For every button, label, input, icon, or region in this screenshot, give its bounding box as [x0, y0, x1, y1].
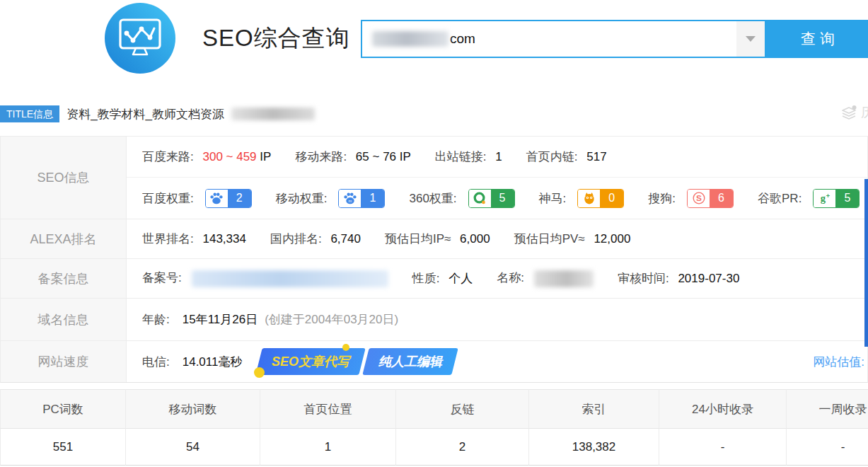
value-week-collect: - [787, 429, 868, 466]
shenma-owl-icon [578, 190, 600, 207]
header-24h-collect: 24小时收录 [659, 389, 787, 429]
site-title-blurred [231, 108, 315, 120]
row-speed: 网站速度 电信: 14.011毫秒 SEO文章代写 纯人工编辑 网站估值: [1, 341, 867, 382]
baidu-mobile-paw-icon: m [339, 190, 361, 207]
telecom-value: 14.011毫秒 [183, 354, 243, 370]
chevron-down-icon [746, 36, 756, 42]
header-index: 索引 [529, 389, 659, 429]
row-seo-info: SEO信息 百度来路: 300 ~ 459 IP 移动来路: 65 ~ 76 I… [1, 137, 867, 219]
homepage-internal-links: 首页内链: 517 [526, 149, 607, 165]
baidu-weight: 百度权重: 2 [142, 189, 252, 208]
domain-age: 15年11月26日 [183, 311, 257, 328]
google-pr: 谷歌PR: g+ 5 [758, 189, 860, 208]
dropdown-toggle[interactable] [736, 21, 765, 57]
shenma-weight: 神马: 0 [539, 189, 625, 208]
stats-value-row: 551 54 1 2 138,382 - - [0, 429, 868, 466]
svg-text:g: g [821, 192, 826, 204]
domain-text: com [450, 31, 475, 47]
query-button[interactable]: 查 询 [766, 20, 868, 58]
beian-number: 备案号: [142, 270, 388, 287]
row-label-speed: 网站速度 [1, 341, 127, 382]
mobile-weight-badge[interactable]: m 1 [338, 189, 385, 208]
beian-name-blurred [534, 270, 594, 287]
weight-360-badge[interactable]: 5 [468, 189, 515, 208]
beian-nature: 性质: 个人 [412, 270, 473, 287]
value-backlinks: 2 [396, 429, 529, 466]
header: SEO综合查询 com 查 询 [0, 0, 868, 79]
history-button[interactable]: 历 [840, 104, 868, 121]
ad-banner-right: 纯人工编辑 [363, 348, 458, 375]
right-edge-scrollbar[interactable] [864, 179, 868, 347]
stats-header-row: PC词数 移动词数 首页位置 反链 索引 24小时收录 一周收录 [0, 389, 868, 429]
history-label: 历 [861, 104, 868, 121]
title-badge: TITLE信息 [0, 105, 59, 122]
domain-age-label: 年龄: [142, 311, 170, 328]
google-plus-icon: g+ [814, 190, 835, 207]
shenma-weight-badge[interactable]: 0 [577, 189, 624, 208]
row-beian: 备案信息 备案号: 性质: 个人 名称: 审核时间: 2019-07-30 [1, 259, 867, 299]
sogou-weight-badge[interactable]: S 6 [687, 189, 734, 208]
ad-banner[interactable]: SEO文章代写 纯人工编辑 [259, 348, 455, 375]
sogou-weight: 搜狗: S 6 [648, 189, 734, 208]
mobile-traffic: 移动来路: 65 ~ 76 IP [295, 149, 410, 165]
row-alexa: ALEXA排名 世界排名: 143,334 国内排名: 6,740 预估日均IP… [1, 219, 867, 259]
seo-weights-line: 百度权重: 2 移动权重: m 1 [127, 178, 867, 219]
row-domain: 域名信息 年龄: 15年11月26日 (创建于2004年03月20日) [1, 299, 867, 341]
value-mobile-words: 54 [126, 429, 260, 466]
outbound-links: 出站链接: 1 [435, 149, 502, 165]
value-homepage-position: 1 [260, 429, 396, 466]
site-valuation-link[interactable]: 网站估值: [813, 354, 864, 370]
monitor-chart-icon [103, 1, 177, 75]
beian-name: 名称: [497, 270, 594, 287]
google-pr-badge[interactable]: g+ 5 [813, 189, 860, 208]
header-mobile-words: 移动词数 [126, 389, 260, 429]
ad-dot-icon [254, 367, 265, 378]
header-homepage-position: 首页位置 [260, 389, 396, 429]
row-label-seo: SEO信息 [1, 137, 127, 219]
svg-text:+: + [826, 192, 830, 200]
seo-traffic-line: 百度来路: 300 ~ 459 IP 移动来路: 65 ~ 76 IP 出站链接… [127, 137, 867, 178]
telecom-label: 电信: [142, 354, 170, 370]
domain-created: (创建于2004年03月20日) [265, 311, 398, 328]
beian-number-blurred[interactable] [192, 270, 388, 287]
value-index: 138,382 [529, 429, 659, 466]
search-bar: com 查 询 [361, 20, 868, 58]
seo-info-table: SEO信息 百度来路: 300 ~ 459 IP 移动来路: 65 ~ 76 I… [0, 136, 868, 383]
title-bar: TITLE信息 资料_教学材料_教师文档资源 历 [0, 102, 868, 126]
sogou-logo-icon: S [688, 190, 710, 207]
search-input[interactable]: com [361, 20, 766, 58]
beian-audit-time: 审核时间: 2019-07-30 [618, 270, 739, 287]
value-pc-words: 551 [0, 429, 126, 466]
header-backlinks: 反链 [396, 389, 529, 429]
world-rank: 世界排名: 143,334 [142, 231, 246, 247]
baidu-traffic: 百度来路: 300 ~ 459 IP [142, 149, 271, 165]
page-title: SEO综合查询 [202, 23, 350, 54]
keyword-stats-table: PC词数 移动词数 首页位置 反链 索引 24小时收录 一周收录 551 54 … [0, 389, 868, 466]
layers-icon [840, 104, 857, 121]
360-logo-icon [469, 190, 491, 207]
header-pc-words: PC词数 [0, 389, 126, 429]
row-label-domain: 域名信息 [1, 299, 127, 340]
weight-360: 360权重: 5 [409, 189, 514, 208]
mobile-weight: 移动权重: m 1 [276, 189, 386, 208]
site-title: 资料_教学材料_教师文档资源 [66, 106, 224, 122]
estimated-daily-ip: 预估日均IP≈ 6,000 [385, 231, 490, 247]
domain-blurred [372, 31, 449, 47]
header-week-collect: 一周收录 [787, 389, 868, 429]
baidu-weight-badge[interactable]: 2 [205, 189, 252, 208]
app-logo [103, 1, 177, 75]
domestic-rank: 国内排名: 6,740 [270, 231, 361, 247]
svg-text:S: S [696, 193, 702, 203]
svg-text:m: m [349, 199, 352, 203]
row-label-alexa: ALEXA排名 [1, 219, 127, 258]
value-24h-collect: - [659, 429, 787, 466]
row-label-beian: 备案信息 [1, 259, 127, 298]
estimated-daily-pv: 预估日均PV≈ 12,000 [514, 231, 631, 247]
baidu-paw-icon [206, 190, 228, 207]
ad-banner-left: SEO文章代写 [256, 348, 366, 375]
